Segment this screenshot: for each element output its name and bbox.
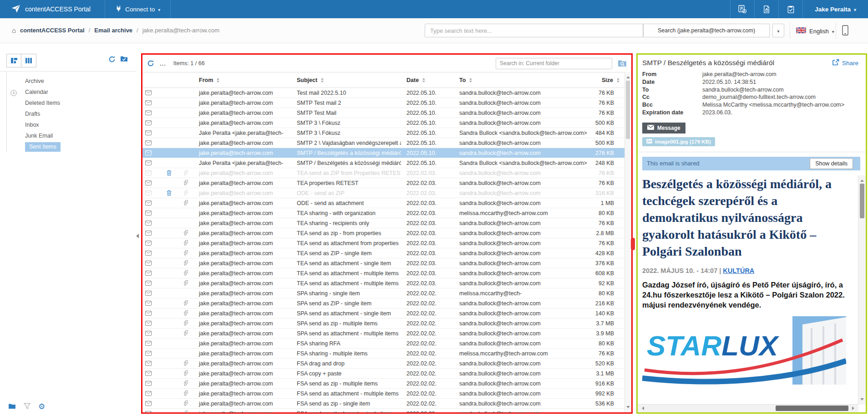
cell-size: 608 KB — [587, 270, 625, 277]
column-header-date[interactable]: Date — [401, 77, 454, 83]
column-header-subject[interactable]: Subject — [291, 77, 401, 83]
connect-to-menu[interactable]: Connect to — [105, 0, 171, 18]
email-row[interactable]: jake.peralta@tech-arrow.comTEA send as Z… — [142, 248, 625, 258]
breadcrumb-portal[interactable]: contentACCESS Portal — [20, 27, 85, 34]
mobile-view-icon[interactable] — [842, 25, 848, 37]
cell-date: 2022.02.03. — [401, 280, 454, 287]
search-in-folder-input[interactable] — [496, 58, 612, 69]
email-row[interactable]: jake.peralta@tech-arrow.comSPA send as z… — [142, 318, 625, 329]
email-row[interactable]: jake.peralta@tech-arrow.comSPA send as Z… — [142, 298, 625, 308]
email-row[interactable]: jake.peralta@tech-arrow.comFSA send as z… — [142, 399, 625, 409]
email-row[interactable]: jake.peralta@tech-arrow.comSMTP 2 \ Vajd… — [142, 138, 625, 148]
refresh-tree-icon[interactable] — [108, 56, 116, 65]
refresh-list-icon[interactable] — [147, 60, 154, 67]
filter-icon[interactable] — [24, 403, 30, 411]
email-row[interactable]: jake.peralta@tech-arrow.comODE - send as… — [142, 198, 625, 208]
cell-to: sandra.bullock@tech-arrow.com — [454, 110, 587, 116]
folder-select-icon[interactable] — [120, 56, 128, 65]
preview-horizontal-scrollbar[interactable] — [638, 404, 858, 412]
email-row[interactable]: Jake Peralta <jake.peralta@tech-SMTP / B… — [142, 158, 625, 168]
scroll-down-icon[interactable] — [860, 398, 864, 402]
email-row[interactable]: jake.peralta@tech-arrow.comFSA send as a… — [142, 409, 625, 413]
global-search-input[interactable] — [425, 24, 643, 37]
sidebar-folder-inbox[interactable]: Inbox — [7, 119, 137, 130]
show-details-button[interactable]: Show details — [810, 158, 853, 169]
article-category-link[interactable]: KULTÚRA — [723, 267, 754, 274]
cell-subject: SPA send as zip - multiple items — [291, 320, 401, 327]
home-icon[interactable]: ⌂ — [12, 27, 16, 33]
email-row[interactable]: jake.peralta@tech-arrow.comTEA send as a… — [142, 268, 625, 278]
sidebar-folder-deleted-items[interactable]: Deleted Items — [7, 98, 137, 108]
brand-home-link[interactable]: contentACCESS Portal — [0, 0, 105, 18]
sidebar-folder-archive[interactable]: Archive — [7, 76, 137, 87]
email-row[interactable]: jake.peralta@tech-arrow.comSMTP Test mai… — [142, 98, 625, 108]
scroll-down-icon[interactable] — [626, 406, 630, 410]
folders-icon[interactable] — [8, 403, 16, 411]
scroll-left-icon[interactable] — [640, 406, 644, 410]
scrollbar-thumb[interactable] — [626, 81, 630, 139]
preview-vertical-scrollbar[interactable] — [858, 175, 866, 405]
list-vertical-scrollbar[interactable] — [624, 72, 631, 412]
email-row[interactable]: jake.peralta@tech-arrow.comTEA send as a… — [142, 238, 625, 248]
scheduled-reports-icon[interactable] — [730, 0, 754, 18]
email-row[interactable]: jake.peralta@tech-arrow.comFSA copy + pa… — [142, 369, 625, 379]
tasks-clipboard-icon[interactable] — [778, 0, 802, 18]
email-row[interactable]: jake.peralta@tech-arrow.comODE - send as… — [142, 188, 625, 198]
legal-hold-document-icon[interactable] — [754, 0, 778, 18]
email-row[interactable]: jake.peralta@tech-arrow.comSPA send as a… — [142, 329, 625, 339]
navbar-spacer — [171, 0, 730, 18]
email-row[interactable]: jake.peralta@tech-arrow.comFSA sharing R… — [142, 339, 625, 349]
language-menu[interactable]: English — [796, 27, 834, 35]
cell-subject: FSA send as attachment - multiple items — [291, 390, 401, 397]
email-row[interactable]: Jake Peralta <jake.peralta@tech-SMTP 3 \… — [142, 128, 625, 138]
scrollbar-thumb[interactable] — [860, 184, 864, 218]
cell-subject: TEA sharing - recipients only — [291, 220, 401, 226]
column-view-toggle[interactable] — [21, 54, 36, 67]
email-row[interactable]: jake.peralta@tech-arrow.comTEA send as z… — [142, 228, 625, 238]
sidebar-folder-junk-email[interactable]: Junk Email — [7, 130, 137, 141]
sidebar-folder-calendar[interactable]: Calendar — [7, 87, 137, 98]
message-tab[interactable]: Message — [642, 123, 685, 134]
settings-gear-icon[interactable]: ⚙ — [38, 402, 45, 411]
email-row[interactable]: jake.peralta@tech-arrow.comTEA propertie… — [142, 178, 625, 188]
breadcrumb-bar: ⌂ contentACCESS Portal Email archive jak… — [0, 18, 868, 43]
email-row[interactable]: jake.peralta@tech-arrow.comTEA sharing -… — [142, 208, 625, 218]
scroll-up-icon[interactable] — [626, 74, 630, 78]
email-row[interactable]: jake.peralta@tech-arrow.comSMTP / Beszél… — [142, 148, 625, 158]
attachment-chip[interactable]: image001.jpg (179 KB) — [642, 137, 715, 146]
collapse-panel-left-icon[interactable] — [134, 234, 139, 238]
sidebar-folder-drafts[interactable]: Drafts — [7, 108, 137, 119]
more-options-button[interactable]: ... — [160, 60, 166, 67]
column-header-size[interactable]: Size — [587, 77, 625, 83]
search-button[interactable]: Search (jake.peralta@tech-arrow.com) — [643, 24, 770, 37]
email-row[interactable]: jake.peralta@tech-arrow.comFSA sharing -… — [142, 349, 625, 359]
email-row[interactable]: jake.peralta@tech-arrow.comSMTP 3 \ Fóku… — [142, 118, 625, 128]
search-scope-dropdown[interactable] — [772, 24, 784, 37]
tree-view-toggle[interactable] — [6, 54, 21, 67]
user-menu[interactable]: Jake Peralta — [802, 0, 868, 18]
scroll-right-icon[interactable] — [852, 406, 856, 410]
email-row[interactable]: jake.peralta@tech-arrow.comTEA send as a… — [142, 258, 625, 268]
breadcrumb-email-archive[interactable]: Email archive — [94, 27, 132, 34]
scroll-up-icon[interactable] — [860, 178, 864, 182]
email-row[interactable]: jake.peralta@tech-arrow.comFSA send as z… — [142, 379, 625, 389]
sidebar-folder-sent-items[interactable]: Sent Items — [7, 141, 137, 152]
column-header-from[interactable]: From — [193, 77, 291, 83]
email-row[interactable]: jake.peralta@tech-arrow.comTEA send as a… — [142, 278, 625, 288]
cell-to: sandra.bullock@tech-arrow.com — [454, 340, 587, 347]
cell-size: 80 KB — [587, 210, 625, 216]
email-row[interactable]: jake.peralta@tech-arrow.comTest mail 202… — [142, 88, 625, 98]
folder-search-icon[interactable] — [618, 60, 627, 67]
email-row[interactable]: jake.peralta@tech-arrow.comFSA send as a… — [142, 389, 625, 399]
email-row[interactable]: jake.peralta@tech-arrow.comFSA drag and … — [142, 359, 625, 369]
cell-from: jake.peralta@tech-arrow.com — [193, 90, 291, 96]
email-row[interactable]: jake.peralta@tech-arrow.comTEA sharing -… — [142, 218, 625, 228]
column-header-to[interactable]: To — [454, 77, 587, 83]
email-row[interactable]: jake.peralta@tech-arrow.comTEA send as Z… — [142, 168, 625, 178]
email-row[interactable]: jake.peralta@tech-arrow.comSPA sharing -… — [142, 288, 625, 298]
scrollbar-thumb[interactable] — [776, 406, 848, 411]
email-row[interactable]: jake.peralta@tech-arrow.comSMTP Test Mai… — [142, 108, 625, 118]
share-button[interactable]: Share — [832, 59, 858, 67]
collapse-panel-right-handle[interactable] — [631, 238, 635, 250]
email-row[interactable]: jake.peralta@tech-arrow.comSPA send as a… — [142, 308, 625, 318]
